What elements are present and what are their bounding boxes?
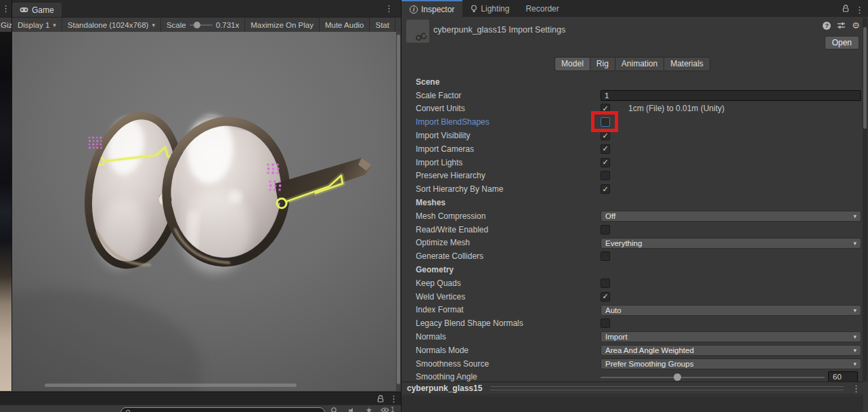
- maximize-on-play-button[interactable]: Maximize On Play: [244, 18, 320, 32]
- row-label: Scale Factor: [416, 91, 461, 100]
- scale-factor-input[interactable]: 1: [601, 90, 861, 101]
- gear-icon[interactable]: ⚙: [852, 21, 860, 30]
- slider-knob[interactable]: [674, 373, 681, 381]
- chevron-down-icon: ▾: [53, 22, 56, 28]
- import-blendshapes-checkbox[interactable]: [601, 117, 610, 127]
- scene-visibility-icon[interactable]: [381, 407, 389, 412]
- import-lights-checkbox[interactable]: ✓: [601, 158, 610, 167]
- import-cameras-checkbox[interactable]: ✓: [601, 144, 610, 154]
- tab-recorder[interactable]: Recorder: [517, 0, 567, 17]
- inspector-scrollbar[interactable]: [863, 18, 867, 382]
- scene-view-fragment: [0, 32, 12, 391]
- audio-toggle-icon[interactable]: [347, 407, 355, 412]
- inspector-row-read-write-enabled: Read/Write Enabled: [402, 223, 863, 236]
- stats-button[interactable]: Stat: [370, 18, 395, 32]
- bottom-panel-menu-icon[interactable]: ⋮: [389, 394, 398, 403]
- generate-colliders-checkbox[interactable]: [601, 251, 610, 261]
- game-vertical-scrollbar[interactable]: [396, 32, 401, 391]
- row-label: Import Visibility: [416, 131, 470, 140]
- section-header: Geometry: [416, 265, 454, 274]
- row-label: Mesh Compression: [416, 211, 485, 221]
- legacy-blend-shape-normals-checkbox[interactable]: [601, 318, 610, 328]
- help-icon[interactable]: ?: [823, 22, 831, 30]
- game-panel-menu-icon[interactable]: ⋮: [385, 4, 393, 13]
- sort-hierarchy-by-name-checkbox[interactable]: ✓: [601, 184, 610, 194]
- value-hint: 1cm (File) to 0.01m (Unity): [628, 104, 724, 113]
- inspector-row-scale-factor: Scale Factor1: [402, 89, 863, 102]
- inspector-menu-icon[interactable]: ⋮: [855, 5, 864, 14]
- row-label: Convert Units: [416, 104, 465, 113]
- row-label: Weld Vertices: [416, 292, 465, 302]
- read-write-enabled-checkbox[interactable]: [601, 225, 610, 234]
- scene-panel-menu-icon[interactable]: ⋮: [1, 4, 10, 13]
- keep-quads-checkbox[interactable]: [601, 279, 610, 288]
- inspector-row-import-lights: Import Lights✓: [402, 156, 863, 169]
- tab-lighting[interactable]: Lighting: [462, 0, 517, 17]
- preview-menu-icon[interactable]: ⋮: [852, 384, 861, 393]
- search-input[interactable]: [121, 407, 325, 412]
- section-header: Meshes: [416, 198, 446, 207]
- mesh-compression-dropdown[interactable]: Off▾: [601, 211, 861, 222]
- preview-header[interactable]: cyberpunk_glass15 ⋮: [402, 382, 863, 395]
- convert-units-checkbox[interactable]: ✓: [601, 104, 610, 113]
- gamepad-icon: [20, 7, 28, 13]
- open-button[interactable]: Open: [825, 36, 859, 49]
- game-viewport: [12, 32, 396, 391]
- tab-materials[interactable]: Materials: [664, 57, 710, 71]
- chevron-down-icon: ▾: [853, 240, 856, 247]
- inspector-row-legacy-blend-shape-normals: Legacy Blend Shape Normals: [402, 316, 863, 330]
- row-label: Generate Colliders: [416, 251, 483, 261]
- lock-icon[interactable]: [376, 394, 385, 405]
- inspector-row-weld-vertices: Weld Vertices✓: [402, 290, 863, 304]
- asset-thumbnail[interactable]: [406, 20, 429, 43]
- normals-dropdown[interactable]: Import▾: [601, 331, 861, 342]
- optimize-mesh-dropdown[interactable]: Everything▾: [601, 238, 861, 249]
- tab-animation[interactable]: Animation: [615, 57, 664, 71]
- tab-inspector[interactable]: i Inspector: [402, 0, 462, 17]
- inspector-row-index-format: Index FormatAuto▾: [402, 304, 863, 317]
- preserve-hierarchy-checkbox[interactable]: [601, 171, 610, 180]
- resolution-dropdown[interactable]: Standalone (1024x768)▾: [62, 18, 161, 32]
- tab-game[interactable]: Game: [12, 3, 62, 17]
- import-visibility-checkbox[interactable]: ✓: [601, 131, 610, 140]
- row-label: Sort Hierarchy By Name: [416, 184, 503, 194]
- visibility-count: 1: [391, 407, 395, 412]
- scrollbar-thumb[interactable]: [397, 35, 400, 384]
- index-format-dropdown[interactable]: Auto▾: [601, 305, 861, 316]
- game-panel: Game ⋮ Display 1▾ Standalone (1024x768)▾…: [12, 0, 401, 391]
- weld-vertices-checkbox[interactable]: ✓: [601, 292, 610, 302]
- scale-value: 0.731x: [216, 21, 240, 29]
- glasses-3d-render: [12, 32, 396, 391]
- smoothness-source-dropdown[interactable]: Prefer Smoothing Groups▾: [601, 358, 861, 369]
- row-label: Smoothing Angle: [416, 372, 477, 382]
- game-horizontal-scrollbar[interactable]: [45, 384, 297, 387]
- tab-model[interactable]: Model: [555, 57, 590, 71]
- tab-rig[interactable]: Rig: [590, 57, 615, 71]
- search-icon: [125, 409, 132, 412]
- dropdown-value: Off: [605, 212, 615, 220]
- smoothing-angle-value[interactable]: 60: [828, 371, 858, 382]
- inspector-row-import-cameras: Import Cameras✓: [402, 142, 863, 156]
- scale-label: Scale: [167, 21, 186, 29]
- row-label: Legacy Blend Shape Normals: [416, 318, 523, 328]
- gizmos-button-fragment[interactable]: Giz: [1, 21, 12, 29]
- lock-icon[interactable]: [842, 4, 850, 15]
- scale-slider[interactable]: [190, 24, 213, 26]
- drag-handle[interactable]: [490, 386, 844, 390]
- mute-audio-button[interactable]: Mute Audio: [320, 18, 370, 32]
- inspector-row-geometry: Geometry: [402, 263, 863, 276]
- smoothing-angle-slider[interactable]: [601, 377, 825, 378]
- scale-slider-knob[interactable]: [194, 22, 200, 28]
- row-label: Smoothness Source: [416, 359, 489, 369]
- effects-toggle-icon[interactable]: ★: [366, 407, 372, 412]
- display-dropdown[interactable]: Display 1▾: [12, 18, 62, 32]
- row-label: Index Format: [416, 305, 464, 314]
- chevron-down-icon: ▾: [152, 22, 155, 28]
- scrollbar-thumb[interactable]: [863, 27, 867, 129]
- row-label: Read/Write Enabled: [416, 225, 488, 234]
- dropdown-value: Prefer Smoothing Groups: [605, 360, 693, 368]
- presets-icon[interactable]: [837, 22, 846, 29]
- lighting-toggle-icon[interactable]: [330, 407, 338, 412]
- row-label: Import Lights: [416, 158, 462, 167]
- normals-mode-dropdown[interactable]: Area And Angle Weighted▾: [601, 345, 861, 356]
